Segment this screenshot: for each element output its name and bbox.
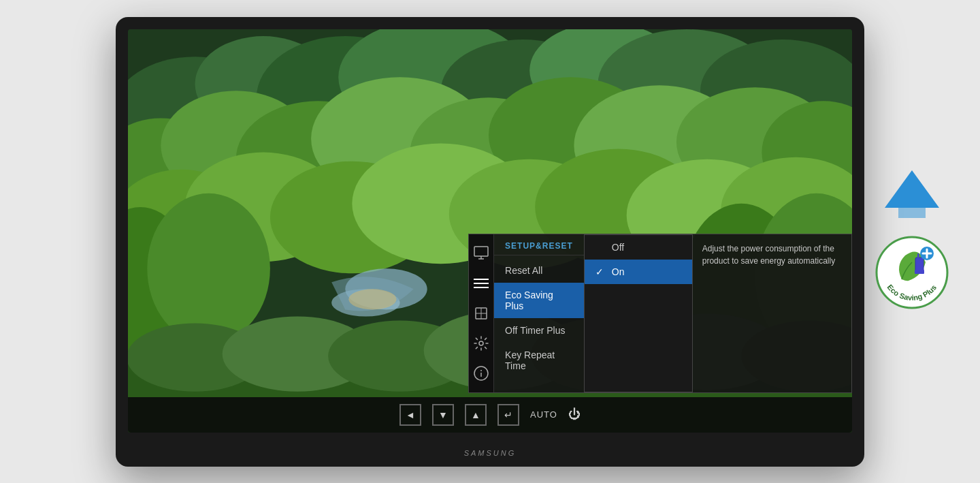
settings-icon[interactable] bbox=[469, 331, 493, 356]
up-arrow-deco bbox=[885, 170, 939, 218]
osd-menu-items: Reset All Eco Saving Plus Off Timer Plus… bbox=[494, 255, 584, 381]
menu-item-reset-all[interactable]: Reset All bbox=[494, 258, 584, 283]
osd-menu: SETUP&RESET Reset All Eco Saving Plus Of… bbox=[468, 234, 852, 393]
osd-description: Adjust the power consumption of the prod… bbox=[693, 234, 851, 392]
svg-marker-54 bbox=[885, 170, 939, 208]
osd-section-header: SETUP&RESET bbox=[494, 234, 584, 255]
up-arrow-button[interactable]: ▲ bbox=[465, 404, 487, 426]
resize-icon[interactable] bbox=[469, 301, 493, 326]
submenu-item-off[interactable]: Off bbox=[585, 235, 692, 260]
menu-item-off-timer-plus[interactable]: Off Timer Plus bbox=[494, 318, 584, 343]
svg-point-28 bbox=[348, 289, 396, 309]
tv-monitor: SETUP&RESET Reset All Eco Saving Plus Of… bbox=[116, 17, 864, 467]
svg-rect-55 bbox=[898, 208, 926, 218]
submenu-item-on[interactable]: ✓ On bbox=[585, 260, 692, 284]
svg-point-50 bbox=[479, 341, 483, 345]
osd-main-menu: SETUP&RESET Reset All Eco Saving Plus Of… bbox=[494, 234, 584, 392]
osd-submenu: Off ✓ On bbox=[584, 234, 693, 392]
eco-badge-svg: Eco Saving Plus bbox=[871, 232, 953, 313]
svg-point-30 bbox=[147, 193, 270, 343]
svg-rect-57 bbox=[915, 258, 924, 271]
right-decoration: Eco Saving Plus bbox=[871, 170, 953, 313]
brand-logo: SAMSUNG bbox=[464, 449, 517, 457]
enter-button[interactable]: ↵ bbox=[497, 404, 519, 426]
down-arrow-button[interactable]: ▼ bbox=[432, 404, 454, 426]
info-icon[interactable] bbox=[469, 361, 493, 386]
eco-saving-plus-badge: Eco Saving Plus bbox=[871, 232, 953, 313]
menu-icon[interactable] bbox=[469, 271, 493, 296]
tv-screen: SETUP&RESET Reset All Eco Saving Plus Of… bbox=[128, 29, 852, 433]
svg-rect-58 bbox=[917, 253, 919, 259]
menu-item-key-repeat-time[interactable]: Key Repeat Time bbox=[494, 343, 584, 378]
svg-rect-60 bbox=[915, 270, 924, 274]
left-arrow-button[interactable]: ◄ bbox=[399, 404, 421, 426]
monitor-icon[interactable] bbox=[469, 241, 493, 266]
power-button[interactable]: ⏻ bbox=[568, 407, 581, 422]
arrow-up-icon bbox=[885, 170, 939, 218]
control-bar: ◄ ▼ ▲ ↵ AUTO ⏻ bbox=[128, 397, 852, 433]
osd-sidebar bbox=[469, 234, 494, 392]
svg-rect-41 bbox=[474, 247, 488, 256]
auto-label: AUTO bbox=[530, 409, 557, 420]
menu-item-eco-saving-plus[interactable]: Eco Saving Plus bbox=[494, 283, 584, 318]
checkmark-on: ✓ bbox=[595, 266, 606, 277]
svg-point-53 bbox=[480, 370, 482, 371]
